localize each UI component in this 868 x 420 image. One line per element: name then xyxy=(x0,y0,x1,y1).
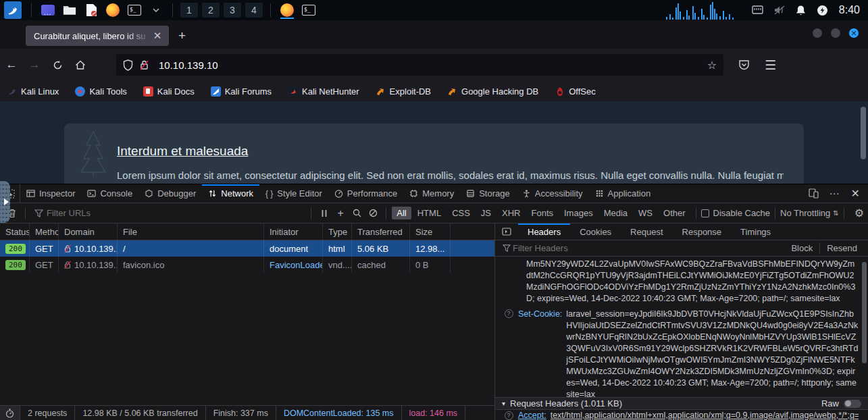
filter-pill-media[interactable]: Media xyxy=(599,207,632,219)
devtools-tab-network[interactable]: Network xyxy=(202,184,259,203)
header-value[interactable]: text/html,application/xhtml+xml,applicat… xyxy=(551,411,859,420)
column-type[interactable]: Type xyxy=(323,224,352,240)
menu-hamburger-icon[interactable]: ☰ xyxy=(765,57,776,73)
devtools-tab-memory[interactable]: Memory xyxy=(403,184,460,203)
notifications-bell-icon[interactable] xyxy=(792,5,811,16)
reload-icon[interactable] xyxy=(46,60,69,70)
help-icon[interactable]: ? xyxy=(503,411,514,420)
kali-menu-button[interactable] xyxy=(4,1,22,19)
resend-button[interactable]: Resend xyxy=(821,243,863,253)
url-bar[interactable]: 10.10.139.10 ☆ xyxy=(116,54,723,76)
filter-pill-xhr[interactable]: XHR xyxy=(497,207,525,219)
block-button[interactable]: Block xyxy=(786,243,818,253)
column-transferred[interactable]: Transferred xyxy=(352,224,410,240)
firefox-taskbar-item[interactable] xyxy=(276,1,298,19)
filter-headers-input[interactable] xyxy=(513,243,786,253)
close-button[interactable]: ✕ xyxy=(849,28,859,38)
devtools-tab-debugger[interactable]: Debugger xyxy=(138,184,202,203)
devtools-tab-accessibility[interactable]: Accessibility xyxy=(516,184,589,203)
devtools-tab-storage[interactable]: Storage xyxy=(460,184,516,203)
devtools-close-icon[interactable]: ✕ xyxy=(851,187,860,200)
workspace-1[interactable]: 1 xyxy=(180,3,198,18)
devtools-tab-style-editor[interactable]: { } Style Editor xyxy=(259,184,328,203)
split-panel-toggle-icon[interactable] xyxy=(495,224,518,240)
accept-header-row[interactable]: ? Accept: text/html,application/xhtml+xm… xyxy=(495,410,868,420)
terminal-taskbar-item[interactable]: $_ xyxy=(298,1,320,19)
bookmark-kali-docs[interactable]: Kali Docs xyxy=(143,86,195,97)
launcher-chevron-icon[interactable] xyxy=(145,1,167,19)
window-launcher-icon[interactable] xyxy=(37,1,59,19)
bookmark-kali-linux[interactable]: Kali Linux xyxy=(7,86,59,97)
filter-pill-html[interactable]: HTML xyxy=(413,207,446,219)
details-tab-response[interactable]: Response xyxy=(673,224,732,240)
system-monitor-graph[interactable] xyxy=(665,1,746,20)
set-cookie-overflow-value[interactable]: Mm5NY29yWDZ4L2ZvaUpMV0IwSFAxWC9BQzZraFBv… xyxy=(526,259,859,305)
throttling-select[interactable]: No Throttling ⇅ xyxy=(780,208,839,218)
browser-tab[interactable]: Curabitur aliquet, libero id su ✕ xyxy=(26,26,169,46)
workspace-4[interactable]: 4 xyxy=(245,3,263,18)
pocket-icon[interactable] xyxy=(738,59,750,70)
maximize-button[interactable] xyxy=(831,28,840,38)
network-tray-icon[interactable] xyxy=(748,5,767,16)
drawer-handle[interactable] xyxy=(0,181,10,223)
page-scrollbar[interactable] xyxy=(861,107,866,159)
search-icon[interactable] xyxy=(349,209,365,217)
workspace-2[interactable]: 2 xyxy=(202,3,220,18)
details-tab-request[interactable]: Request xyxy=(621,224,672,240)
column-size[interactable]: Size xyxy=(410,224,451,240)
bookmark-google-hacking-db[interactable]: Google Hacking DB xyxy=(447,86,538,97)
filter-pill-fonts[interactable]: Fonts xyxy=(526,207,558,219)
devtools-tab-application[interactable]: Application xyxy=(589,184,657,203)
text-editor-icon[interactable] xyxy=(80,1,102,19)
bookmark-exploit-db[interactable]: Exploit-DB xyxy=(376,86,431,97)
devtools-tab-console[interactable]: Console xyxy=(81,184,138,203)
column-initiator[interactable]: Initiator xyxy=(264,224,323,240)
firefox-launcher-icon[interactable] xyxy=(102,1,124,19)
details-tab-cookies[interactable]: Cookies xyxy=(570,224,621,240)
page-heading-link[interactable]: Interdum et malesuada xyxy=(117,144,248,159)
url-text[interactable]: 10.10.139.10 xyxy=(159,59,707,71)
back-icon[interactable]: ← xyxy=(0,58,23,72)
devtools-menu-icon[interactable]: ⋯ xyxy=(829,188,840,200)
performance-analysis-icon[interactable] xyxy=(0,406,20,420)
terminal-launcher-icon[interactable]: $_ xyxy=(124,1,145,19)
column-file[interactable]: File xyxy=(118,224,264,240)
request-row-favicon[interactable]: 200 GET 10.10.139.10 favicon.ico Favicon… xyxy=(0,257,494,273)
tab-close-icon[interactable]: ✕ xyxy=(151,30,163,42)
forward-icon[interactable]: → xyxy=(23,58,46,72)
help-icon[interactable]: ? xyxy=(503,309,514,318)
filter-pill-js[interactable]: JS xyxy=(476,207,496,219)
filter-pill-all[interactable]: All xyxy=(392,207,411,219)
volume-muted-icon[interactable] xyxy=(770,5,789,16)
disable-cache-label[interactable]: Disable Cache xyxy=(713,208,771,218)
raw-toggle-switch[interactable] xyxy=(844,400,861,408)
request-row-document[interactable]: 200 GET 10.10.139.10 / document html 5.0… xyxy=(0,240,494,257)
new-tab-button[interactable]: + xyxy=(178,28,186,43)
request-headers-section-bar[interactable]: ▾ Request Headers (1.011 KB) Raw xyxy=(495,397,868,410)
details-tab-timings[interactable]: Timings xyxy=(731,224,780,240)
header-value[interactable]: laravel_session=eyJpdiI6Ik9JbDVBT0VHcjNk… xyxy=(566,309,859,397)
network-settings-gear-icon[interactable]: ⚙ xyxy=(854,207,864,219)
filter-pill-ws[interactable]: WS xyxy=(634,207,657,219)
filter-pill-css[interactable]: CSS xyxy=(447,207,475,219)
header-name[interactable]: Set-Cookie: xyxy=(518,309,562,320)
new-request-icon[interactable]: + xyxy=(332,207,349,219)
disable-cache-checkbox[interactable] xyxy=(701,209,709,217)
column-status[interactable]: Status xyxy=(0,224,30,240)
pause-recording-icon[interactable] xyxy=(316,209,332,217)
home-icon[interactable] xyxy=(69,60,92,70)
file-manager-icon[interactable] xyxy=(59,1,80,19)
bookmark-kali-forums[interactable]: Kali Forums xyxy=(211,86,272,97)
power-indicator-icon[interactable] xyxy=(813,5,832,16)
header-name[interactable]: Accept: xyxy=(518,411,546,420)
details-tab-headers[interactable]: Headers xyxy=(518,224,570,240)
devtools-tab-inspector[interactable]: Inspector xyxy=(20,184,81,203)
filter-pill-other[interactable]: Other xyxy=(659,207,690,219)
insecure-lock-icon[interactable] xyxy=(140,59,149,70)
bookmark-kali-nethunter[interactable]: Kali NetHunter xyxy=(288,86,359,97)
bookmark-offsec[interactable]: OffSec xyxy=(555,86,596,97)
responsive-mode-icon[interactable] xyxy=(809,188,819,199)
column-method[interactable]: Method xyxy=(30,224,59,240)
minimize-button[interactable] xyxy=(813,28,822,38)
request-initiator[interactable]: FaviconLoader.... xyxy=(264,257,323,273)
